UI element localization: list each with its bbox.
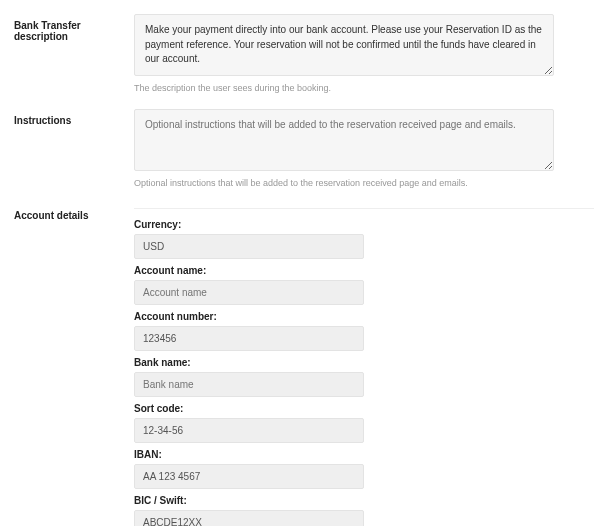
iban-label: IBAN: bbox=[134, 449, 578, 460]
bic-swift-label: BIC / Swift: bbox=[134, 495, 578, 506]
instructions-hint: Optional instructions that will be added… bbox=[134, 178, 578, 188]
instructions-label: Instructions bbox=[14, 109, 134, 126]
instructions-textarea[interactable] bbox=[134, 109, 554, 171]
account-details-label: Account details bbox=[14, 204, 134, 221]
sort-code-input[interactable] bbox=[134, 418, 364, 443]
account-number-label: Account number: bbox=[134, 311, 578, 322]
bank-name-label: Bank name: bbox=[134, 357, 578, 368]
description-label: Bank Transfer description bbox=[14, 14, 134, 42]
currency-label: Currency: bbox=[134, 219, 578, 230]
section-divider bbox=[134, 208, 594, 209]
bank-name-input[interactable] bbox=[134, 372, 364, 397]
description-hint: The description the user sees during the… bbox=[134, 83, 578, 93]
account-number-input[interactable] bbox=[134, 326, 364, 351]
bic-swift-input[interactable] bbox=[134, 510, 364, 526]
account-name-label: Account name: bbox=[134, 265, 578, 276]
description-textarea[interactable]: Make your payment directly into our bank… bbox=[134, 14, 554, 76]
account-name-input[interactable] bbox=[134, 280, 364, 305]
sort-code-label: Sort code: bbox=[134, 403, 578, 414]
currency-input[interactable] bbox=[134, 234, 364, 259]
iban-input[interactable] bbox=[134, 464, 364, 489]
